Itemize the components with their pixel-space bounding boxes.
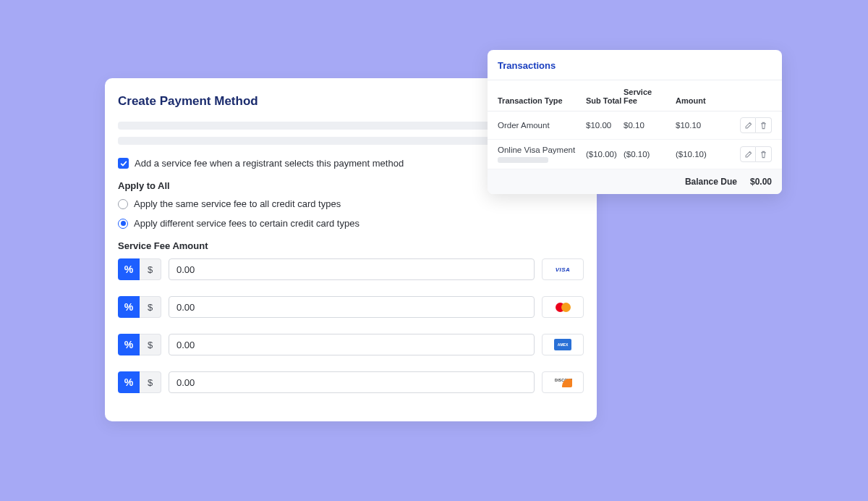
- cell-type: Order Amount: [498, 121, 586, 130]
- fee-row-amex: % $ AMEX: [118, 334, 584, 355]
- radio-same-fee-label: Apply the same service fee to all credit…: [134, 198, 341, 209]
- fee-row-mastercard: % $: [118, 296, 584, 318]
- radio-same-fee[interactable]: Apply the same service fee to all credit…: [118, 198, 584, 209]
- transaction-row: Online Visa Payment ($10.00) ($0.10) ($1…: [488, 140, 782, 169]
- delete-button[interactable]: [756, 117, 772, 133]
- col-transaction-type: Transaction Type: [498, 96, 586, 105]
- dollar-toggle[interactable]: $: [140, 334, 161, 355]
- transactions-header-row: Transaction Type Sub Total Service Fee A…: [488, 80, 782, 111]
- col-service-fee: Service Fee: [624, 88, 663, 105]
- placeholder-line: [498, 157, 548, 163]
- visa-icon: VISA: [542, 258, 584, 280]
- percent-toggle[interactable]: %: [118, 296, 140, 318]
- mastercard-icon: [542, 296, 584, 318]
- dollar-toggle[interactable]: $: [140, 296, 161, 318]
- delete-button[interactable]: [756, 146, 772, 162]
- fee-input-mastercard[interactable]: [169, 296, 535, 318]
- cell-sub: $10.00: [586, 121, 624, 130]
- balance-due-label: Balance Due: [685, 177, 737, 187]
- col-amount: Amount: [663, 96, 715, 105]
- edit-button[interactable]: [740, 117, 756, 133]
- service-fee-heading: Service Fee Amount: [118, 240, 584, 251]
- fee-row-discover: % $ DISCOVER: [118, 371, 584, 393]
- dollar-toggle[interactable]: $: [140, 371, 161, 393]
- cell-amount: ($10.10): [663, 150, 715, 159]
- percent-toggle[interactable]: %: [118, 371, 140, 393]
- cell-fee: $0.10: [624, 121, 663, 130]
- transactions-title: Transactions: [488, 50, 782, 80]
- cell-sub: ($10.00): [586, 150, 624, 159]
- transaction-row: Order Amount $10.00 $0.10 $10.10: [488, 111, 782, 140]
- percent-toggle[interactable]: %: [118, 258, 140, 280]
- fee-input-visa[interactable]: [169, 258, 535, 280]
- radio-unselected-icon[interactable]: [118, 199, 128, 209]
- percent-toggle[interactable]: %: [118, 334, 140, 355]
- cell-amount: $10.10: [663, 121, 715, 130]
- radio-different-fee[interactable]: Apply different service fees to certain …: [118, 218, 584, 229]
- discover-icon: DISCOVER: [542, 371, 584, 393]
- dollar-toggle[interactable]: $: [140, 258, 161, 280]
- radio-different-fee-label: Apply different service fees to certain …: [134, 218, 359, 229]
- checkbox-checked-icon[interactable]: [118, 158, 129, 169]
- transactions-panel: Transactions Transaction Type Sub Total …: [488, 50, 782, 194]
- add-service-fee-label: Add a service fee when a registrant sele…: [135, 158, 404, 169]
- fee-input-amex[interactable]: [169, 334, 535, 355]
- balance-due-value: $0.00: [750, 177, 772, 187]
- cell-fee: ($0.10): [624, 150, 663, 159]
- cell-type: Online Visa Payment: [498, 146, 586, 163]
- fee-input-discover[interactable]: [169, 371, 535, 393]
- transactions-footer: Balance Due $0.00: [488, 169, 782, 194]
- amex-icon: AMEX: [542, 334, 584, 355]
- edit-button[interactable]: [740, 146, 756, 162]
- radio-selected-icon[interactable]: [118, 219, 128, 229]
- fee-row-visa: % $ VISA: [118, 258, 584, 280]
- col-sub-total: Sub Total: [586, 96, 624, 105]
